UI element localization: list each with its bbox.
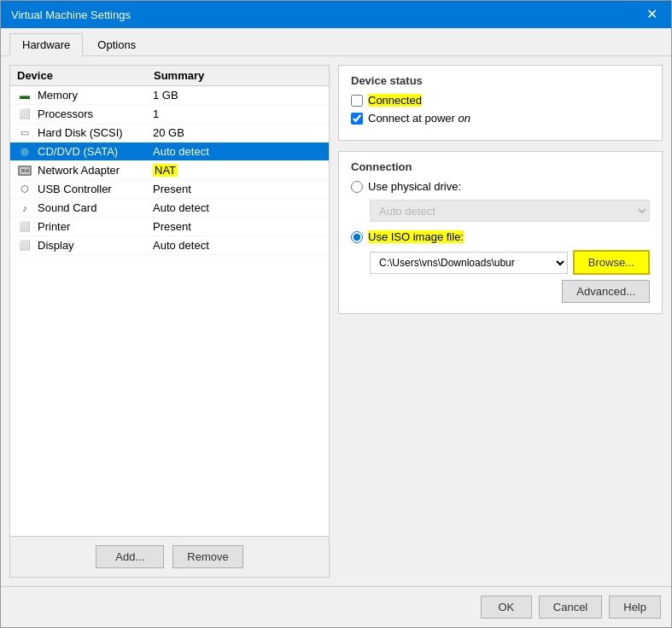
display-icon: ⬜ (17, 240, 32, 252)
usb-icon: ⬡ (17, 183, 32, 195)
browse-button[interactable]: Browse... (573, 250, 650, 275)
device-name: Printer (38, 220, 153, 233)
device-name: Network Adapter (38, 164, 153, 177)
tab-hardware[interactable]: Hardware (9, 33, 83, 56)
table-row[interactable]: ♪ Sound Card Auto detect (10, 199, 329, 218)
hard-disk-icon: ▭ (17, 127, 32, 139)
left-buttons-area: Add... Remove (10, 536, 329, 577)
device-summary: Auto detect (153, 145, 322, 158)
svg-rect-3 (26, 169, 29, 172)
tab-options[interactable]: Options (85, 33, 149, 55)
table-header: Device Summary (10, 66, 329, 86)
device-summary: 20 GB (153, 126, 322, 139)
bottom-buttons-area: OK Cancel Help (1, 586, 671, 627)
device-name: Hard Disk (SCSI) (38, 126, 153, 139)
left-panel: Device Summary ▬ Memory 1 GB ⬜ Processor… (9, 65, 330, 578)
content-area: Device Summary ▬ Memory 1 GB ⬜ Processor… (1, 56, 671, 586)
table-row[interactable]: ▭ Hard Disk (SCSI) 20 GB (10, 124, 329, 142)
connect-power-label: Connect at power on (368, 112, 470, 125)
device-summary: Auto detect (153, 201, 322, 214)
device-name: Processors (38, 108, 153, 120)
ok-button[interactable]: OK (481, 596, 532, 619)
iso-label: Use ISO image file: (368, 230, 464, 243)
device-status-title: Device status (351, 74, 650, 87)
connected-label: Connected (368, 94, 422, 107)
device-summary: Present (153, 220, 322, 233)
table-row[interactable]: ◎ CD/DVD (SATA) Auto detect (10, 142, 329, 161)
device-summary: 1 GB (153, 89, 322, 102)
device-name: Display (38, 239, 153, 252)
physical-drive-label: Use physical drive: (368, 180, 461, 193)
device-status-section: Device status Connected Connect at power… (338, 65, 663, 141)
advanced-button[interactable]: Advanced... (562, 280, 650, 303)
physical-drive-radio[interactable] (351, 181, 363, 193)
iso-path-row: C:\Users\vns\Downloads\ubur Browse... (370, 250, 650, 275)
network-icon (17, 165, 32, 177)
connected-row: Connected (351, 94, 650, 107)
col-device-header: Device (17, 69, 154, 82)
window-title: Virtual Machine Settings (11, 9, 131, 21)
table-row[interactable]: ⬜ Printer Present (10, 218, 329, 236)
device-summary: Auto detect (153, 239, 322, 252)
title-bar: Virtual Machine Settings ✕ (1, 1, 671, 28)
device-name: CD/DVD (SATA) (38, 145, 153, 158)
connect-power-checkbox[interactable] (351, 113, 363, 125)
remove-button[interactable]: Remove (172, 545, 243, 568)
device-table: Device Summary ▬ Memory 1 GB ⬜ Processor… (10, 66, 329, 536)
auto-detect-row: Auto detect (370, 200, 650, 222)
table-row[interactable]: ⬜ Processors 1 (10, 105, 329, 124)
connect-power-row: Connect at power on (351, 112, 650, 125)
device-summary: Present (153, 183, 322, 195)
iso-path-select[interactable]: C:\Users\vns\Downloads\ubur (370, 252, 568, 274)
col-summary-header: Summary (154, 69, 322, 82)
printer-icon: ⬜ (17, 221, 32, 233)
advanced-row: Advanced... (351, 280, 650, 303)
device-name: Memory (38, 89, 153, 102)
table-row[interactable]: ⬡ USB Controller Present (10, 180, 329, 199)
tabs-bar: Hardware Options (1, 28, 671, 56)
svg-rect-2 (21, 169, 25, 172)
cancel-button[interactable]: Cancel (539, 596, 602, 619)
close-button[interactable]: ✕ (643, 8, 661, 21)
memory-icon: ▬ (17, 90, 32, 102)
connection-title: Connection (351, 160, 650, 173)
cdvd-icon: ◎ (17, 146, 32, 158)
table-row[interactable]: ▬ Memory 1 GB (10, 86, 329, 105)
device-summary: NAT (153, 164, 322, 177)
device-name: Sound Card (38, 201, 153, 214)
add-button[interactable]: Add... (96, 545, 164, 568)
right-panel: Device status Connected Connect at power… (338, 65, 663, 578)
iso-radio[interactable] (351, 231, 363, 243)
help-button[interactable]: Help (609, 596, 661, 619)
device-summary: 1 (153, 108, 322, 120)
connected-checkbox[interactable] (351, 95, 363, 107)
table-row[interactable]: ⬜ Display Auto detect (10, 236, 329, 255)
virtual-machine-settings-window: Virtual Machine Settings ✕ Hardware Opti… (0, 0, 672, 628)
device-name: USB Controller (38, 183, 153, 195)
physical-drive-row: Use physical drive: (351, 180, 650, 193)
sound-icon: ♪ (17, 202, 32, 214)
iso-row: Use ISO image file: (351, 230, 650, 243)
connection-section: Connection Use physical drive: Auto dete… (338, 151, 663, 314)
auto-detect-select[interactable]: Auto detect (370, 200, 650, 222)
table-row[interactable]: Network Adapter NAT (10, 161, 329, 180)
processor-icon: ⬜ (17, 108, 32, 120)
